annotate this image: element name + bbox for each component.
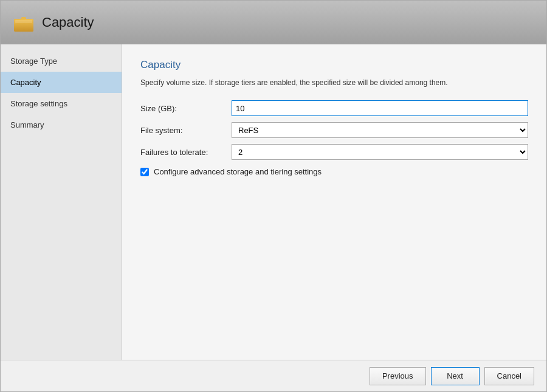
dialog-title: Capacity	[42, 15, 94, 30]
size-label: Size (GB):	[140, 104, 225, 113]
dialog-body: Storage Type Capacity Storage settings S…	[1, 44, 546, 360]
size-input[interactable]	[232, 100, 528, 116]
section-title: Capacity	[140, 59, 528, 71]
dialog-header: Capacity	[1, 1, 546, 44]
sidebar: Storage Type Capacity Storage settings S…	[1, 44, 122, 360]
form-grid: Size (GB): File system: ReFS NTFS Failur…	[140, 100, 528, 160]
sidebar-item-capacity[interactable]: Capacity	[1, 72, 122, 93]
svg-rect-2	[15, 20, 32, 23]
sidebar-item-storage-settings[interactable]: Storage settings	[1, 93, 122, 114]
filesystem-label: File system:	[140, 126, 225, 135]
section-description: Specify volume size. If storage tiers ar…	[140, 77, 528, 88]
filesystem-select[interactable]: ReFS NTFS	[232, 122, 528, 138]
main-content: Capacity Specify volume size. If storage…	[122, 44, 546, 360]
previous-button[interactable]: Previous	[370, 367, 426, 385]
dialog-footer: Previous Next Cancel	[1, 360, 546, 391]
dialog-window: Capacity Storage Type Capacity Storage s…	[0, 0, 547, 392]
next-button[interactable]: Next	[431, 367, 480, 385]
folder-icon	[13, 12, 35, 33]
sidebar-item-storage-type[interactable]: Storage Type	[1, 50, 122, 72]
cancel-button[interactable]: Cancel	[484, 367, 534, 385]
failures-label: Failures to tolerate:	[140, 148, 225, 157]
advanced-settings-row: Configure advanced storage and tiering s…	[140, 167, 528, 176]
advanced-settings-checkbox[interactable]	[140, 168, 149, 176]
advanced-settings-label[interactable]: Configure advanced storage and tiering s…	[154, 167, 322, 176]
sidebar-item-summary[interactable]: Summary	[1, 114, 122, 136]
failures-select[interactable]: 2 1 0	[232, 144, 528, 160]
